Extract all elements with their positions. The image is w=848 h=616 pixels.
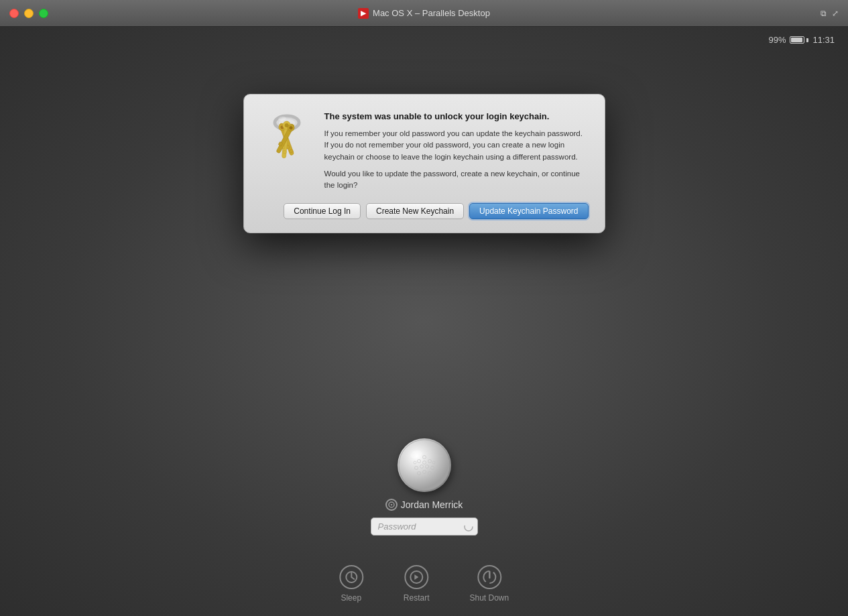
- parallels-icon: ▶: [358, 8, 369, 19]
- clock: 11:31: [812, 35, 835, 45]
- status-bar: 99% 11:31: [768, 35, 835, 45]
- password-wrapper: [371, 517, 478, 536]
- svg-marker-37: [414, 574, 418, 580]
- dialog-title: The system was unable to unlock your log…: [324, 111, 589, 123]
- sleep-label: Sleep: [341, 593, 361, 603]
- keychain-dialog: The system was unable to unlock your log…: [243, 94, 605, 233]
- restart-label: Restart: [404, 593, 430, 603]
- dialog-body2: Would you like to update the password, c…: [324, 168, 589, 192]
- svg-point-17: [399, 440, 450, 491]
- restart-button[interactable]: Restart: [404, 565, 430, 603]
- update-keychain-button[interactable]: Update Keychain Password: [469, 203, 588, 219]
- svg-marker-33: [390, 504, 392, 506]
- dialog-content: The system was unable to unlock your log…: [260, 111, 589, 191]
- minimize-button[interactable]: [24, 9, 34, 18]
- svg-rect-9: [282, 151, 286, 153]
- battery-body: [790, 36, 804, 44]
- username-label: Jordan Merrick: [401, 499, 463, 510]
- keys-icon: [260, 111, 314, 171]
- battery-icon: [790, 36, 808, 44]
- login-section: Jordan Merrick: [371, 438, 478, 536]
- battery-fill: [791, 38, 802, 42]
- dialog-buttons: Continue Log In Create New Keychain Upda…: [260, 203, 589, 219]
- user-name-row: Jordan Merrick: [385, 499, 463, 511]
- shutdown-label: Shut Down: [469, 593, 509, 603]
- main-content: 99% 11:31: [0, 27, 848, 616]
- sleep-button[interactable]: Sleep: [339, 565, 363, 603]
- window-title: ▶ Mac OS X – Parallels Desktop: [358, 8, 490, 19]
- battery-tip: [806, 38, 808, 42]
- shutdown-button[interactable]: Shut Down: [469, 565, 509, 603]
- create-keychain-button[interactable]: Create New Keychain: [366, 203, 464, 219]
- user-avatar: [398, 438, 451, 492]
- battery-percent: 99%: [768, 35, 786, 45]
- title-bar-controls: ⧉ ⤢: [821, 9, 839, 18]
- restore-icon[interactable]: ⧉: [821, 9, 827, 18]
- restart-icon: [404, 565, 428, 589]
- password-input[interactable]: [371, 517, 478, 536]
- fullscreen-icon[interactable]: ⤢: [832, 9, 839, 18]
- user-select-icon[interactable]: [385, 499, 398, 511]
- title-bar: ▶ Mac OS X – Parallels Desktop ⧉ ⤢: [0, 0, 848, 27]
- spinner-icon: [463, 521, 474, 532]
- dialog-body1: If you remember your old password you ca…: [324, 128, 589, 163]
- bottom-bar: Sleep Restart Shut Down: [339, 565, 509, 603]
- traffic-lights: [9, 9, 48, 18]
- svg-point-34: [465, 523, 473, 531]
- close-button[interactable]: [9, 9, 19, 18]
- sleep-icon: [339, 565, 363, 589]
- continue-login-button[interactable]: Continue Log In: [284, 203, 361, 219]
- title-text: Mac OS X – Parallels Desktop: [373, 8, 490, 18]
- maximize-button[interactable]: [39, 9, 48, 18]
- shutdown-icon: [477, 565, 501, 589]
- dialog-text: The system was unable to unlock your log…: [324, 111, 589, 191]
